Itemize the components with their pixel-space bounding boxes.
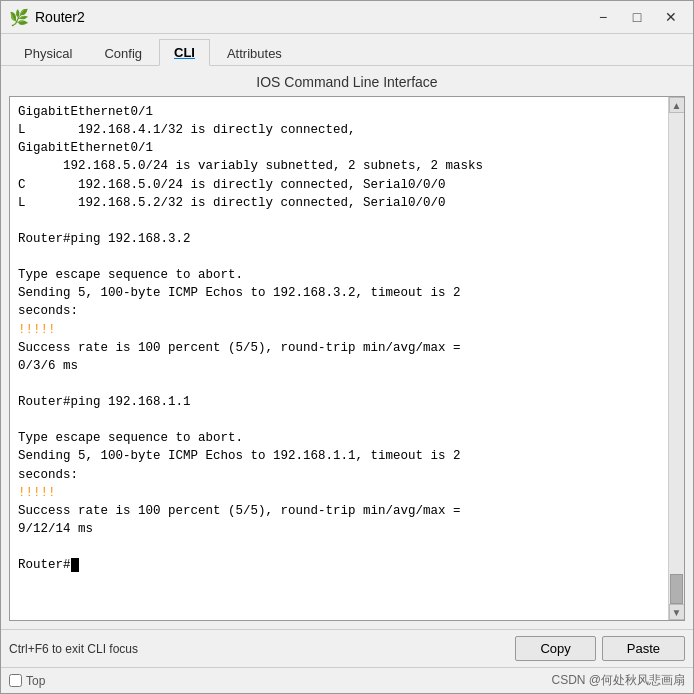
- maximize-button[interactable]: □: [623, 7, 651, 27]
- cli-container[interactable]: GigabitEthernet0/1 L 192.168.4.1/32 is d…: [9, 96, 685, 621]
- watermark: CSDN @何处秋风悲画扇: [551, 672, 685, 689]
- tab-cli[interactable]: CLI: [159, 39, 210, 66]
- app-icon: 🌿: [9, 7, 29, 27]
- top-checkbox-text: Top: [26, 674, 45, 688]
- content-area: IOS Command Line Interface GigabitEthern…: [1, 66, 693, 629]
- cli-output[interactable]: GigabitEthernet0/1 L 192.168.4.1/32 is d…: [10, 97, 668, 620]
- main-window: 🌿 Router2 − □ ✕ Physical Config CLI Attr…: [0, 0, 694, 694]
- scroll-down-arrow[interactable]: ▼: [669, 604, 685, 620]
- window-title: Router2: [35, 9, 589, 25]
- top-checkbox[interactable]: [9, 674, 22, 687]
- minimize-button[interactable]: −: [589, 7, 617, 27]
- tab-bar: Physical Config CLI Attributes: [1, 34, 693, 66]
- top-checkbox-label[interactable]: Top: [9, 674, 45, 688]
- copy-button[interactable]: Copy: [515, 636, 595, 661]
- cli-cursor: [71, 558, 79, 572]
- scroll-thumb[interactable]: [670, 574, 683, 604]
- scroll-up-arrow[interactable]: ▲: [669, 97, 685, 113]
- bottom-bar: Ctrl+F6 to exit CLI focus Copy Paste: [1, 629, 693, 667]
- window-controls: − □ ✕: [589, 7, 685, 27]
- title-bar: 🌿 Router2 − □ ✕: [1, 1, 693, 34]
- footer-bar: Top CSDN @何处秋风悲画扇: [1, 667, 693, 693]
- tab-config[interactable]: Config: [89, 40, 157, 66]
- ping-success-2: !!!!!: [18, 486, 56, 500]
- cli-section-title: IOS Command Line Interface: [9, 74, 685, 90]
- scroll-track[interactable]: [669, 113, 684, 604]
- paste-button[interactable]: Paste: [602, 636, 685, 661]
- tab-physical[interactable]: Physical: [9, 40, 87, 66]
- close-button[interactable]: ✕: [657, 7, 685, 27]
- scrollbar[interactable]: ▲ ▼: [668, 97, 684, 620]
- shortcut-hint: Ctrl+F6 to exit CLI focus: [9, 642, 509, 656]
- tab-attributes[interactable]: Attributes: [212, 40, 297, 66]
- ping-success-1: !!!!!: [18, 323, 56, 337]
